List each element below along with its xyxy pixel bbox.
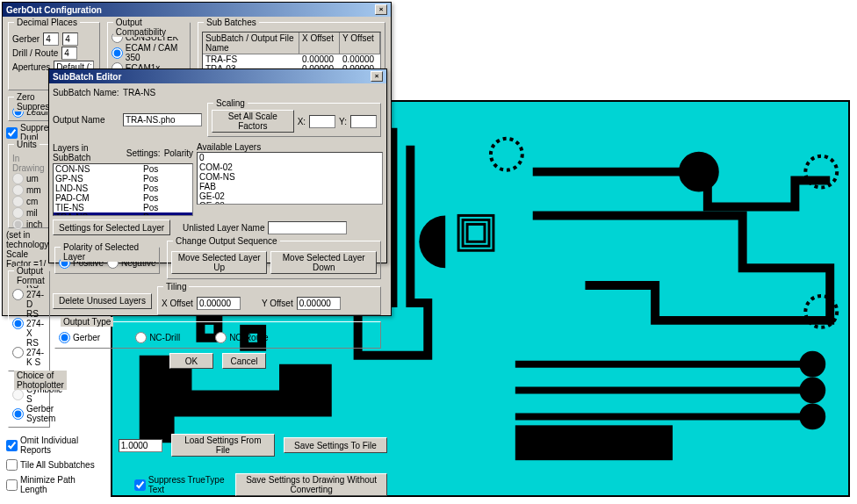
svg-rect-10 (467, 224, 485, 241)
avail-title: Available Layers (197, 142, 383, 152)
output-type-group: Gerber NC-Drill NC-Route (54, 321, 381, 349)
output-name-label: Output Name (53, 115, 119, 125)
tiling-y-input[interactable] (297, 297, 341, 310)
compat-consultek-radio[interactable]: CONSULTEK (112, 32, 186, 43)
main-title: GerbOut Configuration (6, 5, 102, 15)
gerber-dec-input[interactable] (62, 32, 78, 46)
format-value-input[interactable] (119, 439, 162, 452)
min-path-check[interactable]: Minimize Path Length (6, 475, 90, 494)
ncroute-type-radio[interactable]: NC-Route (215, 332, 268, 343)
unit-cm: cm (12, 196, 46, 207)
scaling-group: Set All Scale FactorsX:Y: (207, 103, 381, 137)
change-seq-group: Move Selected Layer UpMove Selected Laye… (167, 241, 381, 279)
list-item: COM-NS (198, 172, 382, 182)
leading-radio[interactable]: Leading (12, 106, 46, 118)
available-layers-list[interactable]: 0 COM-02 COM-NS FAB GE-02 GE-03 GE-FS GE… (197, 152, 383, 205)
unlisted-input[interactable] (268, 221, 347, 234)
list-item: GP-NSPos (54, 174, 192, 184)
scale-y-input[interactable] (350, 115, 377, 128)
settings-selected-button[interactable]: Settings for Selected Layer (53, 220, 170, 235)
tile-all-check[interactable]: Tile All Subbatches (6, 459, 95, 471)
col-name: SubBatch / Output File Name (203, 32, 299, 54)
list-item: COM-02 (198, 162, 382, 172)
output-name-input[interactable] (123, 113, 202, 126)
tiling-x-input[interactable] (197, 297, 241, 310)
close-icon[interactable]: × (375, 4, 387, 15)
close-icon[interactable]: × (371, 71, 383, 82)
list-item: LND-NSPos (54, 184, 192, 193)
rs274k-radio[interactable]: RS 274-K S (12, 338, 46, 367)
subbatch-name-value: TRA-NS (123, 88, 155, 97)
polarity-group: Positive Negative (54, 247, 160, 274)
zero-supp-group: Leading (8, 97, 50, 121)
list-item: FAB (198, 182, 382, 191)
scale-x-input[interactable] (309, 115, 335, 128)
rs274x-radio[interactable]: RS 274-X (12, 309, 46, 338)
drill-input[interactable] (61, 47, 77, 60)
suppress-tt-check[interactable]: Suppress TrueType Text (134, 475, 227, 494)
svg-point-11 (491, 139, 522, 170)
unit-inch: inch (12, 219, 46, 230)
svg-rect-7 (515, 425, 673, 460)
set-tech-label: (set in technology) (6, 230, 52, 249)
apertures-label: Apertures (12, 62, 50, 72)
list-item: GE-02 (198, 191, 382, 201)
col-xoffset: X Offset (299, 32, 340, 54)
layers-title: Layers in SubBatch (53, 143, 123, 162)
rs274d-radio[interactable]: RS 274-D (12, 280, 46, 309)
svg-point-0 (683, 156, 715, 188)
save-to-drawing-button[interactable]: Save Settings to Drawing Without Convert… (235, 473, 387, 496)
photoplotter-group: Cymbolic S Gerber System (8, 375, 50, 428)
positive-radio[interactable]: Positive (59, 257, 104, 269)
tiling-group: X OffsetY Offset (157, 286, 381, 315)
svg-point-6 (803, 407, 821, 425)
load-settings-button[interactable]: Load Settings From File (171, 434, 275, 457)
drill-label: Drill / Route (12, 48, 58, 58)
set-scale-button[interactable]: Set All Scale Factors (212, 110, 294, 133)
list-item: CON-NSPos (54, 164, 192, 174)
unlisted-label: Unlisted Layer Name (183, 223, 264, 233)
save-settings-button[interactable]: Save Settings To File (284, 437, 387, 453)
gerber-type-radio[interactable]: Gerber (59, 332, 100, 343)
compat-ecam-radio[interactable]: ECAM / CAM 350 (112, 43, 186, 62)
cancel-button[interactable]: Cancel (222, 353, 266, 369)
list-item: PAD-CMPos (54, 193, 192, 203)
unit-um: um (12, 173, 46, 184)
subbatch-editor-dialog: SubBatch Editor × SubBatch Name:TRA-NS O… (48, 68, 387, 263)
negative-radio[interactable]: Negative (107, 257, 155, 269)
ok-button[interactable]: OK (169, 353, 213, 369)
gerber-label: Gerber (12, 34, 40, 44)
sub-titlebar: SubBatch Editor × (49, 69, 386, 83)
units-group: In Drawing um mm cm mil inch (8, 144, 50, 228)
svg-point-5 (803, 382, 821, 400)
subbatch-name-label: SubBatch Name: (53, 88, 119, 97)
sub-title: SubBatch Editor (53, 72, 121, 82)
layers-list[interactable]: CON-NSPos GP-NSPos LND-NSPos PAD-CMPos T… (53, 163, 193, 216)
svg-point-4 (803, 356, 821, 373)
ncdrill-type-radio[interactable]: NC-Drill (135, 332, 180, 343)
main-titlebar: GerbOut Configuration × (3, 3, 391, 17)
gerber-sys-radio[interactable]: Gerber System (12, 404, 46, 423)
unit-mil: mil (12, 207, 46, 219)
col-yoffset: Y Offset (340, 32, 380, 54)
cymbolic-radio: Cymbolic S (12, 385, 46, 404)
list-item: 0 (198, 153, 382, 162)
table-row: TRA-FS0.000000.00000 (203, 54, 380, 64)
list-item: GE-03 (198, 201, 382, 205)
omit-reports-check[interactable]: Omit Individual Reports (6, 436, 110, 455)
list-item: TRA-NSPos (54, 212, 192, 216)
delete-unused-button[interactable]: Delete Unused Layers (53, 293, 152, 309)
gerber-int-input[interactable] (43, 32, 59, 46)
unit-mm: mm (12, 184, 46, 196)
move-down-button[interactable]: Move Selected Layer Down (270, 251, 377, 274)
output-format-group: RS 274-D RS 274-X RS 274-K S (8, 270, 50, 371)
move-up-button[interactable]: Move Selected Layer Up (171, 251, 267, 274)
list-item: TIE-NSPos (54, 203, 192, 212)
